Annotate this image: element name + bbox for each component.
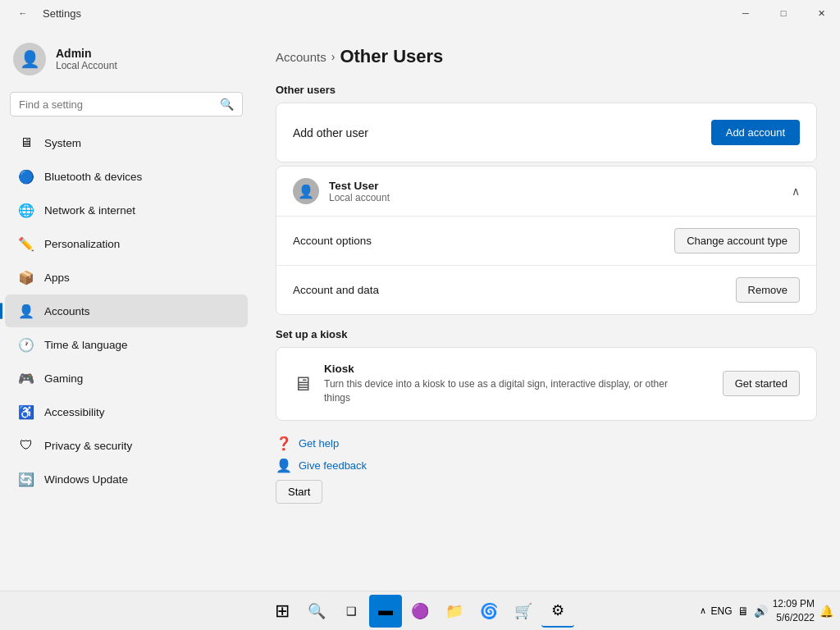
sidebar-item-label-gaming: Gaming — [44, 372, 83, 385]
get-help-icon: ❓ — [276, 436, 292, 451]
taskbar-app-teams[interactable]: 🟣 — [404, 595, 436, 628]
sidebar-item-personalization[interactable]: ✏️ Personalization — [5, 227, 248, 260]
sidebar-item-label-system: System — [44, 137, 81, 149]
sidebar-item-network[interactable]: 🌐 Network & internet — [5, 194, 248, 226]
sidebar-item-bluetooth[interactable]: 🔵 Bluetooth & devices — [5, 160, 248, 193]
close-button[interactable]: ✕ — [802, 0, 840, 26]
back-button[interactable]: ← — [10, 0, 36, 26]
give-feedback-label: Give feedback — [299, 459, 367, 472]
sidebar-item-accounts[interactable]: 👤 Accounts — [5, 294, 248, 327]
add-other-user-label: Add other user — [293, 126, 368, 139]
breadcrumb-current: Other Users — [340, 46, 443, 67]
titlebar: ← Settings ─ □ ✕ — [0, 0, 840, 26]
taskbar-chevron[interactable]: ∧ — [700, 605, 706, 616]
taskbar-notification-icon[interactable]: 🔔 — [819, 605, 833, 618]
taskbar-app-settings[interactable]: ⚙ — [541, 595, 574, 628]
kiosk-description: Turn this device into a kiosk to use as … — [324, 377, 685, 405]
sidebar: 👤 Admin Local Account 🔍 🖥 System 🔵 Bluet… — [0, 26, 253, 591]
kiosk-card: 🖥 Kiosk Turn this device into a kiosk to… — [276, 347, 817, 421]
accessibility-nav-icon: ♿ — [18, 404, 34, 420]
app-title: Settings — [43, 7, 81, 20]
timelang-nav-icon: 🕐 — [18, 336, 34, 353]
user-account-type: Local Account — [56, 60, 117, 71]
app-layout: 👤 Admin Local Account 🔍 🖥 System 🔵 Bluet… — [0, 26, 840, 591]
system-nav-icon: 🖥 — [18, 135, 34, 151]
kiosk-text: Kiosk Turn this device into a kiosk to u… — [324, 363, 685, 405]
taskbar-clock: 12:09 PM 5/6/2022 — [773, 597, 815, 625]
sidebar-item-label-accounts: Accounts — [44, 305, 90, 317]
get-started-button[interactable]: Get started — [723, 371, 800, 396]
other-users-section-title: Other users — [276, 84, 817, 96]
kiosk-section-title: Set up a kiosk — [276, 328, 817, 340]
kiosk-info: 🖥 Kiosk Turn this device into a kiosk to… — [293, 363, 685, 405]
test-user-row-header[interactable]: 👤 Test User Local account ∧ — [276, 167, 816, 217]
give-feedback-icon: 👤 — [276, 458, 292, 473]
change-account-type-button[interactable]: Change account type — [674, 228, 800, 253]
taskbar-sound-icon[interactable]: 🔊 — [754, 605, 768, 618]
test-user-avatar: 👤 — [293, 178, 319, 204]
sidebar-item-gaming[interactable]: 🎮 Gaming — [5, 362, 248, 395]
breadcrumb-separator: › — [331, 50, 336, 63]
start-button[interactable]: Start — [276, 480, 322, 504]
taskbar-monitor-icon[interactable]: 🖥 — [737, 605, 749, 618]
main-content: Accounts › Other Users Other users Add o… — [253, 26, 840, 591]
personalization-nav-icon: ✏️ — [18, 235, 34, 252]
taskbar-app-widgets[interactable]: ▬ — [369, 595, 402, 628]
start-menu-button[interactable]: ⊞ — [266, 595, 299, 628]
test-user-details: Test User Local account — [329, 180, 390, 203]
sidebar-item-accessibility[interactable]: ♿ Accessibility — [5, 395, 248, 428]
network-nav-icon: 🌐 — [18, 202, 34, 218]
taskbar-center: ⊞ 🔍 ❑ ▬ 🟣 📁 🌀 🛒 ⚙ — [266, 595, 574, 628]
accounts-nav-icon: 👤 — [18, 303, 34, 319]
avatar-icon: 👤 — [20, 49, 40, 69]
taskbar-lang: ENG — [711, 605, 733, 617]
breadcrumb-parent[interactable]: Accounts — [276, 50, 326, 64]
nav-list: 🖥 System 🔵 Bluetooth & devices 🌐 Network… — [0, 126, 253, 495]
sidebar-item-label-bluetooth: Bluetooth & devices — [44, 171, 142, 183]
window-controls: ─ □ ✕ — [727, 0, 840, 26]
taskbar-app-store[interactable]: 🛒 — [507, 595, 540, 628]
test-user-info: 👤 Test User Local account — [293, 178, 390, 204]
back-icon: ← — [19, 8, 28, 18]
kiosk-title: Kiosk — [324, 363, 685, 375]
search-box[interactable]: 🔍 — [10, 92, 243, 116]
add-account-button[interactable]: Add account — [711, 120, 800, 145]
taskbar-taskview-button[interactable]: ❑ — [335, 595, 368, 628]
sidebar-item-privacy[interactable]: 🛡 Privacy & security — [5, 429, 248, 462]
user-name: Admin — [56, 47, 117, 60]
sidebar-item-system[interactable]: 🖥 System — [5, 126, 248, 159]
add-user-row: Add other user Add account — [276, 103, 816, 162]
maximize-button[interactable]: □ — [765, 0, 802, 26]
taskbar-search-button[interactable]: 🔍 — [300, 595, 333, 628]
taskbar-app-explorer[interactable]: 📁 — [438, 595, 471, 628]
help-links: ❓ Get help 👤 Give feedback — [276, 436, 817, 473]
taskbar-right: ∧ ENG 🖥 🔊 12:09 PM 5/6/2022 🔔 — [700, 597, 833, 625]
chevron-up-icon: ∧ — [792, 185, 800, 198]
user-profile: 👤 Admin Local Account — [0, 33, 253, 89]
sidebar-item-label-update: Windows Update — [44, 473, 128, 486]
bluetooth-nav-icon: 🔵 — [18, 168, 34, 185]
sidebar-item-label-privacy: Privacy & security — [44, 440, 132, 452]
sidebar-item-label-apps: Apps — [44, 272, 70, 284]
sidebar-item-update[interactable]: 🔄 Windows Update — [5, 463, 248, 495]
taskbar-date-value: 5/6/2022 — [773, 611, 815, 625]
test-user-name: Test User — [329, 180, 390, 192]
apps-nav-icon: 📦 — [18, 269, 34, 285]
minimize-button[interactable]: ─ — [727, 0, 765, 26]
get-help-label: Get help — [299, 437, 339, 450]
sidebar-item-apps[interactable]: 📦 Apps — [5, 261, 248, 294]
remove-account-button[interactable]: Remove — [736, 277, 800, 303]
give-feedback-link[interactable]: 👤 Give feedback — [276, 458, 817, 473]
update-nav-icon: 🔄 — [18, 471, 34, 487]
get-help-link[interactable]: ❓ Get help — [276, 436, 817, 451]
privacy-nav-icon: 🛡 — [18, 437, 34, 454]
sidebar-item-timelang[interactable]: 🕐 Time & language — [5, 328, 248, 361]
kiosk-icon: 🖥 — [293, 372, 313, 395]
taskbar-time-value: 12:09 PM — [773, 597, 815, 611]
sidebar-item-label-network: Network & internet — [44, 204, 135, 217]
search-icon: 🔍 — [220, 98, 234, 111]
avatar: 👤 — [13, 43, 46, 75]
test-user-card: 👤 Test User Local account ∧ Account opti… — [276, 166, 817, 315]
search-input[interactable] — [19, 98, 213, 111]
taskbar-app-edge[interactable]: 🌀 — [472, 595, 505, 628]
